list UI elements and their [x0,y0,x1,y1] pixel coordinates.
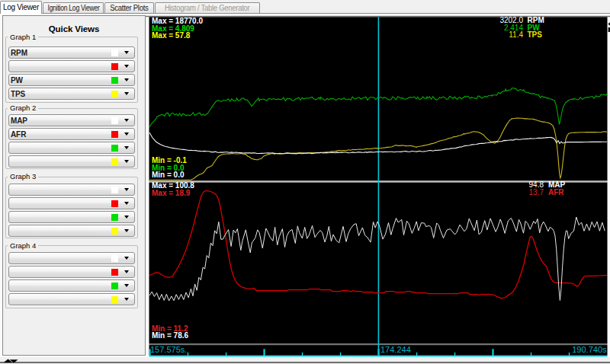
svg-text:Max = 57.8: Max = 57.8 [152,31,191,40]
svg-text:11.4: 11.4 [509,30,523,39]
svg-text:190.740s: 190.740s [572,345,607,354]
svg-text:174.244: 174.244 [380,345,411,354]
svg-text:Min = 0.0: Min = 0.0 [152,171,185,179]
svg-text:Max = 18.9: Max = 18.9 [152,189,191,197]
svg-text:13.7: 13.7 [529,188,544,196]
svg-text:AFR: AFR [548,188,564,196]
svg-text:157.575s.: 157.575s. [150,345,187,354]
svg-text:TPS: TPS [528,30,543,39]
svg-text:Min = 78.6: Min = 78.6 [152,331,189,340]
